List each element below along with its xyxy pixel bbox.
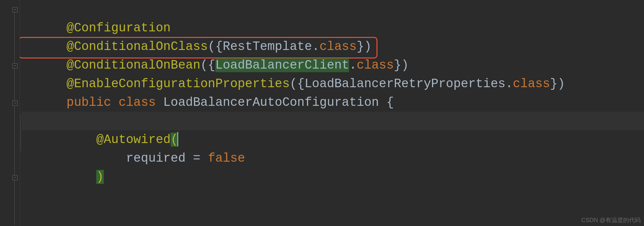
code-line[interactable]: @LoadBalanced bbox=[22, 93, 644, 112]
code-line[interactable]: @EnableConfigurationProperties({LoadBala… bbox=[22, 56, 644, 74]
code-line[interactable]: required = false bbox=[22, 130, 644, 149]
watermark-text: CSDN @有温度的代码 bbox=[581, 216, 641, 224]
fold-icon[interactable] bbox=[12, 101, 18, 106]
code-line[interactable]: ) bbox=[22, 149, 644, 168]
gutter bbox=[0, 0, 20, 226]
fold-line bbox=[14, 12, 15, 65]
code-line-current[interactable]: @Autowired( bbox=[22, 112, 644, 130]
code-line[interactable]: @ConditionalOnBean({LoadBalancerClient.c… bbox=[22, 37, 644, 56]
code-line[interactable]: private List<RestTemplate> restTemplates… bbox=[22, 168, 644, 181]
fold-icon[interactable] bbox=[12, 175, 18, 180]
code-editor[interactable]: @Configuration @ConditionalOnClass({Rest… bbox=[0, 0, 644, 226]
indent-guide bbox=[21, 114, 21, 151]
code-area[interactable]: @Configuration @ConditionalOnClass({Rest… bbox=[20, 0, 644, 226]
code-line[interactable]: public class LoadBalancerAutoConfigurati… bbox=[22, 74, 644, 93]
fold-line bbox=[14, 69, 15, 225]
fold-icon[interactable] bbox=[12, 63, 18, 69]
code-line[interactable]: @ConditionalOnClass({RestTemplate.class}… bbox=[22, 19, 644, 37]
fold-icon[interactable] bbox=[12, 7, 18, 12]
code-line[interactable]: @Configuration bbox=[22, 0, 644, 19]
